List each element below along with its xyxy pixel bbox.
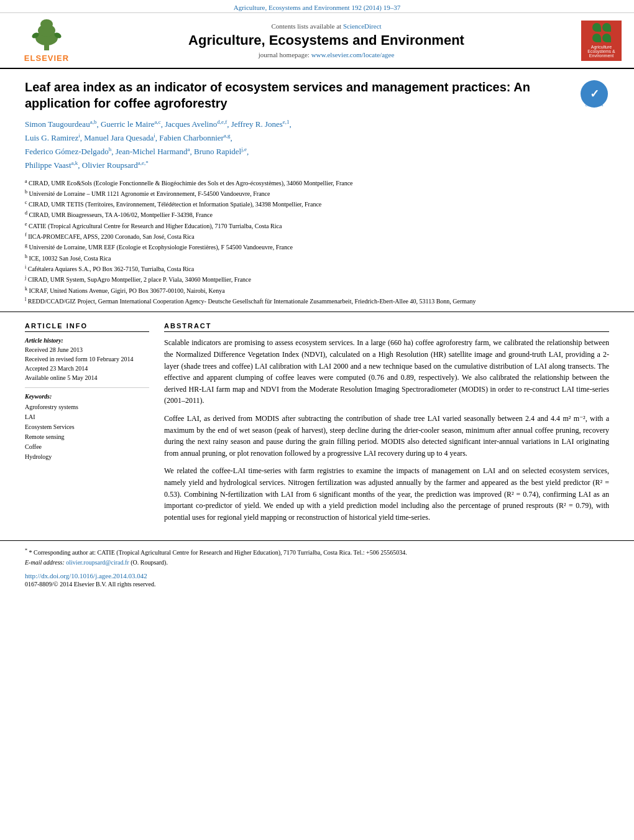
leaf-row-2 [592, 34, 611, 42]
svg-text:CrossMark: CrossMark [585, 103, 604, 107]
affil-d: d CIRAD, UMR Bioagresseurs, TA A-106/02,… [25, 210, 609, 219]
elsevier-logo: ELSEVIER [12, 18, 81, 63]
article-dates: Received 28 June 2013 Received in revise… [25, 345, 149, 388]
keyword-6: Hydrology [25, 452, 149, 462]
keywords-label: Keywords: [25, 393, 149, 400]
footer-note: * * Corresponding author at: CATIE (Trop… [25, 547, 609, 566]
journal-logo-box: AgricultureEcosystems &Environment [581, 21, 622, 61]
homepage-url[interactable]: www.elsevier.com/locate/agee [311, 51, 395, 58]
article-section: Leaf area index as an indicator of ecosy… [0, 69, 634, 312]
keyword-1: Agroforestry systems [25, 402, 149, 412]
abstract-section: ABSTRACT Scalable indicators are promisi… [164, 322, 609, 529]
journal-header: ELSEVIER Contents lists available at Sci… [0, 13, 634, 69]
keyword-3: Ecosystem Services [25, 422, 149, 432]
logo-text: AgricultureEcosystems &Environment [587, 45, 615, 58]
footer-email-suffix: (O. Roupsard). [131, 559, 168, 566]
abstract-heading: ABSTRACT [164, 322, 609, 332]
affil-b: b Université de Lorraine – UMR 1121 Agro… [25, 188, 609, 198]
abstract-text: Scalable indicators are promising to ass… [164, 337, 609, 523]
journal-center: Contents lists available at ScienceDirec… [81, 22, 572, 58]
elsevier-tree-icon [22, 18, 71, 52]
keywords-list: Agroforestry systems LAI Ecosystem Servi… [25, 402, 149, 462]
revised-date: Received in revised form 10 February 201… [25, 354, 149, 364]
doi-link[interactable]: http://dx.doi.org/10.1016/j.agee.2014.03… [25, 572, 609, 579]
online-date: Available online 5 May 2014 [25, 373, 149, 382]
abstract-para-3: We related the coffee-LAI time-series wi… [164, 465, 609, 523]
footer: * * Corresponding author at: CATIE (Trop… [0, 540, 634, 593]
leaf-icon-1 [592, 23, 601, 32]
abstract-para-1: Scalable indicators are promising to ass… [164, 337, 609, 407]
affil-g: g Université de Lorraine, UMR EEF (Ecolo… [25, 242, 609, 252]
elsevier-label: ELSEVIER [24, 53, 69, 63]
crossmark-icon: ✓ CrossMark [579, 79, 609, 109]
affil-f: f IICA-PROMECAFE, APSS, 2200 Coronado, S… [25, 231, 609, 241]
affil-l: l REDD/CCAD/GIZ Project, German Internat… [25, 296, 609, 306]
affil-j: j CIRAD, UMR System, SupAgro Montpellier… [25, 274, 609, 284]
journal-banner: Agriculture, Ecosystems and Environment … [0, 0, 634, 13]
footer-email-label: E-mail address: [25, 559, 65, 566]
copyright-text: 0167-8809/© 2014 Elsevier B.V. All right… [25, 581, 609, 588]
affil-h: h ICE, 10032 San José, Costa Rica [25, 253, 609, 263]
received-date: Received 28 June 2013 [25, 345, 149, 354]
accepted-date: Accepted 23 March 2014 [25, 364, 149, 373]
abstract-para-2: Coffee LAI, as derived from MODIS after … [164, 413, 609, 459]
leaf-row-1 [592, 23, 611, 32]
keyword-4: Remote sensing [25, 432, 149, 442]
footnote-asterisk: * [25, 548, 27, 553]
article-info: ARTICLE INFO Article history: Received 2… [25, 322, 149, 529]
leaf-icon-2 [602, 23, 611, 32]
journal-homepage: journal homepage: www.elsevier.com/locat… [81, 51, 572, 58]
contents-line: Contents lists available at ScienceDirec… [81, 22, 572, 30]
authors: Simon Taugourdeaua,b, Guerric le Mairea,… [25, 118, 609, 173]
article-title: Leaf area index as an indicator of ecosy… [25, 79, 569, 111]
affil-c: c CIRAD, UMR TETIS (Territoires, Environ… [25, 199, 609, 209]
svg-point-4 [40, 19, 53, 29]
affil-a: a CIRAD, UMR Eco&Sols (Ecologie Fonction… [25, 178, 609, 188]
leaf-icon-4 [602, 34, 611, 42]
affil-k: k ICRAF, United Nations Avenue, Gigiri, … [25, 285, 609, 295]
article-title-row: Leaf area index as an indicator of ecosy… [25, 79, 609, 111]
page: Agriculture, Ecosystems and Environment … [0, 0, 634, 840]
journal-citation: Agriculture, Ecosystems and Environment … [234, 4, 401, 11]
footer-links: http://dx.doi.org/10.1016/j.agee.2014.03… [25, 572, 609, 588]
journal-title: Agriculture, Ecosystems and Environment [81, 32, 572, 48]
leaf-icon-3 [592, 34, 601, 42]
article-info-heading: ARTICLE INFO [25, 322, 149, 332]
main-content: ARTICLE INFO Article history: Received 2… [0, 312, 634, 534]
svg-text:✓: ✓ [590, 88, 599, 100]
affiliations: a CIRAD, UMR Eco&Sols (Ecologie Fonction… [25, 178, 609, 307]
affil-e: e CATIE (Tropical Agricultural Centre fo… [25, 221, 609, 231]
article-history-label: Article history: [25, 337, 149, 344]
sciencedirect-link[interactable]: ScienceDirect [343, 22, 382, 30]
footer-email[interactable]: olivier.roupsard@cirad.fr [66, 559, 129, 566]
elsevier-box: ELSEVIER [12, 18, 81, 63]
journal-logo-right: AgricultureEcosystems &Environment [572, 21, 622, 61]
keyword-2: LAI [25, 412, 149, 422]
keyword-5: Coffee [25, 442, 149, 452]
affil-i: i Cafétalera Aquiares S.A., PO Box 362-7… [25, 264, 609, 274]
footer-note-text: * Corresponding author at: CATIE (Tropic… [29, 550, 407, 556]
